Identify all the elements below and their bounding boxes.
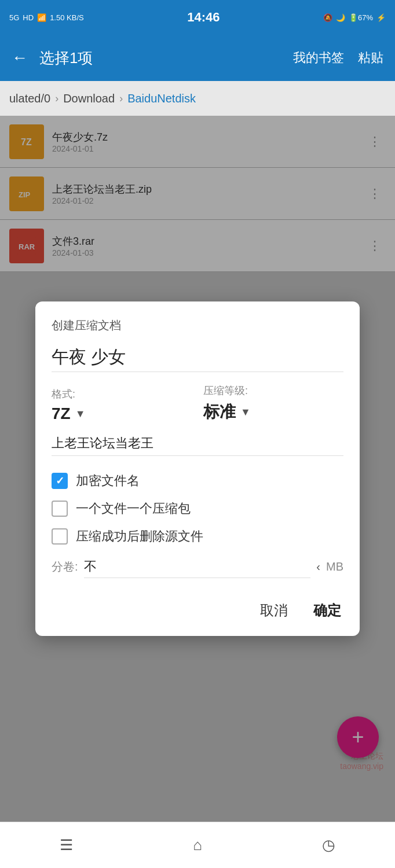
breadcrumb: ulated/0 › Download › BaiduNetdisk bbox=[0, 81, 395, 116]
checkmark-icon: ✓ bbox=[56, 475, 64, 487]
encrypt-filename-row: ✓ 加密文件名 bbox=[52, 472, 343, 490]
split-row: 分卷: ‹ MB bbox=[52, 556, 343, 578]
file-list-background: 7Z 午夜少女.7z 2024-01-01 ⋮ ZIP 上老王论坛当老王.zip… bbox=[0, 116, 395, 822]
signal-text: 5G bbox=[9, 13, 19, 22]
delete-source-checkbox[interactable] bbox=[52, 528, 68, 545]
paste-button[interactable]: 粘贴 bbox=[358, 49, 383, 67]
level-field: 压缩等级: 标准 ▼ bbox=[203, 384, 343, 423]
format-select[interactable]: 7Z ▼ bbox=[52, 404, 192, 423]
bottom-navigation: ☰ ⌂ ◷ bbox=[0, 822, 395, 868]
single-file-row: 一个文件一个压缩包 bbox=[52, 500, 343, 517]
password-input[interactable] bbox=[52, 431, 343, 456]
format-dropdown-arrow: ▼ bbox=[75, 408, 86, 420]
split-unit: MB bbox=[326, 560, 343, 573]
back-button[interactable]: ← bbox=[12, 49, 28, 67]
nav-home-icon[interactable]: ⌂ bbox=[193, 836, 202, 854]
mute-icon: 🔕 bbox=[323, 13, 332, 22]
split-arrow-icon[interactable]: ‹ bbox=[316, 560, 320, 573]
split-label: 分卷: bbox=[52, 559, 78, 575]
status-bar-left: 5G HD 📶 1.50 KB/S bbox=[9, 13, 84, 22]
single-file-checkbox[interactable] bbox=[52, 501, 68, 517]
single-file-label: 一个文件一个压缩包 bbox=[76, 500, 191, 517]
level-dropdown-arrow: ▼ bbox=[240, 406, 251, 418]
confirm-button[interactable]: 确定 bbox=[311, 597, 343, 624]
breadcrumb-part2[interactable]: Download bbox=[63, 92, 115, 105]
encrypt-filename-label: 加密文件名 bbox=[76, 472, 140, 490]
create-archive-dialog: 创建压缩文档 格式: 7Z ▼ 压缩等级: 标准 ▼ bbox=[35, 301, 360, 636]
nav-history-icon[interactable]: ◷ bbox=[322, 836, 335, 854]
cancel-button[interactable]: 取消 bbox=[258, 597, 290, 624]
delete-source-row: 压缩成功后删除源文件 bbox=[52, 528, 343, 545]
bolt-icon: ⚡ bbox=[376, 13, 386, 22]
level-select[interactable]: 标准 ▼ bbox=[203, 401, 343, 423]
level-label: 压缩等级: bbox=[203, 384, 343, 398]
status-bar: 5G HD 📶 1.50 KB/S 14:46 🔕 🌙 🔋67% ⚡ bbox=[0, 0, 395, 35]
format-label: 格式: bbox=[52, 387, 192, 401]
dialog-buttons: 取消 确定 bbox=[52, 592, 343, 624]
format-value: 7Z bbox=[52, 404, 71, 423]
battery-icon: 🔋67% bbox=[349, 13, 373, 22]
dialog-title: 创建压缩文档 bbox=[52, 318, 343, 333]
filename-input[interactable] bbox=[52, 343, 343, 372]
hd-badge: HD bbox=[23, 13, 34, 22]
breadcrumb-part3[interactable]: BaiduNetdisk bbox=[127, 92, 196, 105]
breadcrumb-sep1: › bbox=[55, 93, 58, 105]
data-speed: 1.50 KB/S bbox=[50, 13, 84, 22]
delete-source-label: 压缩成功后删除源文件 bbox=[76, 528, 203, 545]
split-input[interactable] bbox=[84, 556, 311, 578]
nav-menu-icon[interactable]: ☰ bbox=[60, 836, 73, 854]
bookmark-button[interactable]: 我的书签 bbox=[293, 49, 344, 67]
moon-icon: 🌙 bbox=[336, 13, 345, 22]
level-value: 标准 bbox=[203, 401, 236, 423]
app-bar-actions: 我的书签 粘贴 bbox=[293, 49, 383, 67]
format-level-row: 格式: 7Z ▼ 压缩等级: 标准 ▼ bbox=[52, 384, 343, 423]
app-bar-title: 选择1项 bbox=[39, 48, 281, 68]
app-bar: ← 选择1项 我的书签 粘贴 bbox=[0, 35, 395, 81]
format-field: 格式: 7Z ▼ bbox=[52, 387, 192, 423]
status-bar-right: 🔕 🌙 🔋67% ⚡ bbox=[323, 13, 386, 22]
breadcrumb-sep2: › bbox=[119, 93, 123, 105]
wifi-icon: 📶 bbox=[37, 13, 46, 22]
encrypt-filename-checkbox[interactable]: ✓ bbox=[52, 473, 68, 489]
status-time: 14:46 bbox=[187, 10, 220, 25]
breadcrumb-part1[interactable]: ulated/0 bbox=[9, 92, 50, 105]
